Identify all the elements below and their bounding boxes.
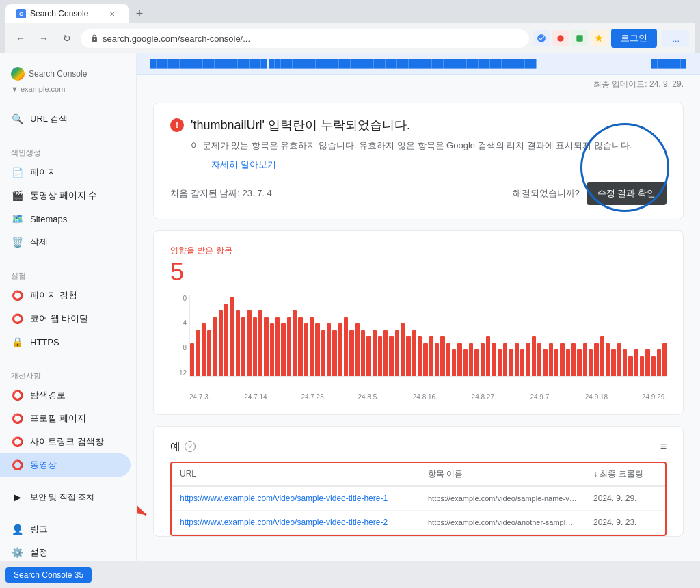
col-url: URL bbox=[172, 463, 420, 486]
new-tab-button[interactable]: + bbox=[130, 4, 149, 23]
chart-bar bbox=[651, 356, 656, 376]
x-label-1: 24.7.3. bbox=[189, 393, 211, 401]
error-icon: ! bbox=[170, 118, 184, 132]
filter-bar-action[interactable]: ██████ bbox=[651, 59, 686, 68]
google-logo bbox=[11, 67, 25, 81]
chart-bar bbox=[304, 323, 308, 376]
ext-icon-4[interactable] bbox=[591, 30, 607, 46]
sidebar-item-links[interactable]: 👤 링크 bbox=[0, 518, 131, 541]
profile-icon: ⭕ bbox=[11, 412, 23, 425]
chart-bar bbox=[406, 336, 410, 376]
info-icon[interactable]: ? bbox=[185, 441, 196, 452]
active-tab[interactable]: G Search Console ✕ bbox=[5, 4, 129, 23]
ext-icon-1[interactable] bbox=[533, 30, 550, 46]
sidebar-item-sitelinks-search[interactable]: ⭕ 사이트링크 검색창 bbox=[0, 430, 131, 453]
url-cell[interactable]: https://www.example.com/video/sample-vid… bbox=[172, 486, 420, 511]
sidebar-item-https[interactable]: 🔒 HTTPS bbox=[0, 330, 131, 353]
chart-bar bbox=[241, 317, 245, 376]
taskbar: Search Console 35 bbox=[0, 561, 700, 581]
ext-icon-3[interactable] bbox=[571, 30, 588, 46]
chart-bar bbox=[401, 323, 405, 376]
site-selector[interactable]: ▼ example.com bbox=[11, 85, 125, 96]
signin-button[interactable]: 로그인 bbox=[611, 29, 657, 48]
error-description: 이 문제가 있는 항목은 유효하지 않습니다. 유효하지 않은 항목은 Goog… bbox=[170, 139, 667, 153]
chart-bar bbox=[258, 310, 262, 376]
tab-close-button[interactable]: ✕ bbox=[107, 8, 118, 19]
x-label-7: 24.9.7. bbox=[530, 393, 551, 401]
y-label-12: 12 bbox=[170, 369, 187, 377]
chart-bar bbox=[566, 349, 570, 375]
chart-bar bbox=[429, 336, 433, 376]
chart-bar bbox=[474, 349, 479, 375]
browser-tabs: G Search Console ✕ + bbox=[5, 4, 695, 23]
chart-bar bbox=[332, 330, 336, 376]
secondary-button[interactable]: ... bbox=[662, 30, 689, 47]
refresh-button[interactable]: ↻ bbox=[57, 29, 77, 48]
chart-bar bbox=[190, 343, 194, 376]
sitelinks-label: 사이트링크 검색창 bbox=[30, 436, 104, 448]
svg-marker-2 bbox=[595, 34, 603, 42]
settings-icon: ⚙️ bbox=[11, 546, 23, 559]
divider-3 bbox=[0, 258, 136, 258]
sidebar-item-breadcrumb[interactable]: ⭕ 탐색경로 bbox=[0, 384, 131, 407]
sidebar-header: Search Console ▼ example.com bbox=[0, 59, 136, 98]
chart-y-labels: 12 8 4 0 bbox=[170, 295, 187, 377]
remove-label: 삭제 bbox=[30, 236, 48, 248]
learn-more-link[interactable]: 자세히 알아보기 bbox=[170, 159, 667, 171]
divider-2 bbox=[0, 135, 136, 135]
chart-bar bbox=[366, 336, 371, 376]
forward-button[interactable]: → bbox=[34, 29, 53, 48]
sidebar-item-security[interactable]: ▶ 보안 및 직접 조치 bbox=[0, 485, 131, 509]
x-label-4: 24.8.5. bbox=[358, 393, 379, 401]
chart-bar bbox=[446, 343, 450, 376]
sidebar-item-remove[interactable]: 🗑️ 삭제 bbox=[0, 230, 131, 254]
y-label-0: 0 bbox=[170, 295, 187, 302]
links-label: 링크 bbox=[30, 523, 48, 535]
chart-bar bbox=[247, 310, 251, 376]
sidebar-item-page-experience[interactable]: ⭕ 페이지 경험 bbox=[0, 284, 131, 307]
divider-1 bbox=[0, 103, 136, 103]
x-label-9: 24.9.29. bbox=[642, 393, 667, 401]
address-text: search.google.com/search-console/... bbox=[103, 34, 520, 44]
date-update: 최종 업데이트: 24. 9. 29. bbox=[137, 75, 700, 94]
back-button[interactable]: ← bbox=[11, 29, 30, 48]
sidebar-item-sitemaps[interactable]: 🗺️ Sitemaps bbox=[0, 207, 131, 230]
table-card: 예 ? ≡ URL bbox=[153, 426, 684, 537]
sidebar-item-url-search[interactable]: 🔍 URL 검색 bbox=[0, 107, 131, 131]
ext-icon-2[interactable] bbox=[552, 30, 569, 46]
chart-bar bbox=[520, 349, 524, 375]
sidebar-item-video[interactable]: ⭕ 동영상 bbox=[0, 453, 131, 477]
address-bar[interactable]: search.google.com/search-console/... bbox=[81, 29, 529, 48]
sidebar-item-profile-page[interactable]: ⭕ 프로필 페이지 bbox=[0, 407, 131, 430]
page-name-cell: https://example.com/video/sample-name-ve… bbox=[420, 486, 585, 511]
x-label-3: 24.7.25 bbox=[301, 393, 323, 401]
chart-bar bbox=[457, 343, 461, 376]
chart-bar bbox=[515, 343, 519, 376]
browser-chrome: G Search Console ✕ + ← → ↻ search.google… bbox=[0, 0, 700, 53]
remove-icon: 🗑️ bbox=[11, 236, 23, 248]
red-box-table: URL 항목 이름 ↓ 최종 크롤링 bbox=[170, 462, 667, 536]
video-label: 동영상 bbox=[30, 459, 57, 471]
affected-label: 영향을 받은 항목 bbox=[170, 245, 667, 256]
sidebar-item-video-pages[interactable]: 🎬 동영상 페이지 수 bbox=[0, 184, 131, 207]
verify-button[interactable]: 수정 결과 확인 bbox=[587, 182, 667, 205]
sidebar-item-pages[interactable]: 📄 페이지 bbox=[0, 161, 131, 184]
filter-icon[interactable]: ≡ bbox=[660, 440, 667, 453]
taskbar-search-console[interactable]: Search Console 35 bbox=[5, 567, 92, 582]
page-exp-icon: ⭕ bbox=[11, 289, 23, 302]
chart-bar bbox=[469, 343, 473, 376]
col-last-crawl-label: ↓ 최종 크롤링 bbox=[593, 469, 643, 479]
tab-favicon: G bbox=[16, 9, 26, 18]
table-title-text: 예 bbox=[170, 440, 180, 453]
date-cell: 2024. 9. 23. bbox=[585, 510, 665, 534]
chart-bar bbox=[315, 323, 319, 376]
search-icon: 🔍 bbox=[11, 113, 23, 125]
resolved-label: 해결되었습니까? bbox=[513, 187, 580, 200]
url-cell[interactable]: https://www.example.com/video/sample-vid… bbox=[172, 510, 420, 534]
breadcrumb-nav-label: 탐색경로 bbox=[30, 389, 66, 401]
profile-label: 프로필 페이지 bbox=[30, 412, 86, 425]
page-exp-label: 페이지 경험 bbox=[30, 289, 77, 302]
x-label-5: 24.8.16. bbox=[413, 393, 438, 401]
chart-bar bbox=[543, 349, 547, 375]
sidebar-item-core-web-vitals[interactable]: ⭕ 코어 웹 바이탈 bbox=[0, 307, 131, 330]
